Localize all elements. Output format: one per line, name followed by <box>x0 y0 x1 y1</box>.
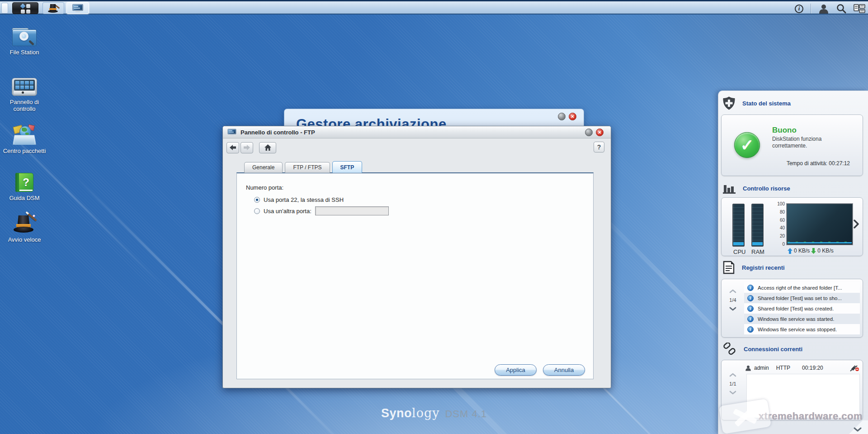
connections-page-indicator: 1/1 <box>729 381 736 386</box>
user-icon <box>745 365 751 371</box>
radio-row-custom-port[interactable]: Usa un'altra porta: <box>254 206 389 215</box>
cancel-button[interactable]: Annulla <box>543 364 585 376</box>
logs-page-indicator: 1/4 <box>729 297 736 303</box>
recent-logs-header: Registri recenti <box>723 261 785 274</box>
magic-hat-icon <box>47 4 59 13</box>
info-icon: i <box>747 316 754 322</box>
section-title: Registri recenti <box>742 264 785 271</box>
desktop-icon-label: File Station <box>3 49 46 56</box>
user-icon[interactable] <box>818 4 829 14</box>
desktop-icon-label: Avvio veloce <box>3 236 46 243</box>
file-station-icon <box>12 27 37 46</box>
shield-icon <box>723 96 735 110</box>
forward-button[interactable] <box>241 142 253 153</box>
radio-ssh-port[interactable] <box>254 197 260 203</box>
log-row[interactable]: iWindows file service was started. <box>744 314 860 324</box>
log-list: iAccess right of the shared folder [T...… <box>744 282 860 334</box>
widget-panel-collapse[interactable] <box>844 420 868 434</box>
connection-row[interactable]: admin HTTP 00:19:20 <box>745 363 859 373</box>
tab-ftp-ftps[interactable]: FTP / FTPS <box>285 162 330 173</box>
disconnect-icon[interactable] <box>850 364 859 372</box>
main-menu-button[interactable] <box>12 2 38 14</box>
status-value: Buono <box>772 126 797 135</box>
chain-link-icon <box>723 343 736 355</box>
apply-button[interactable]: Applica <box>495 364 537 376</box>
connection-user: admin <box>754 365 769 371</box>
connections-list-area <box>746 374 860 418</box>
radio-row-ssh-port[interactable]: Usa porta 22, la stessa di SSH <box>254 196 344 203</box>
network-speed-labels: 0 KB/s 0 KB/s <box>788 248 834 254</box>
window-control-panel-ftp: Pannello di controllo - FTP ✕ ? Generale… <box>222 126 611 388</box>
network-chart <box>787 204 853 245</box>
synology-logo: Synology <box>381 406 439 420</box>
dialog-titlebar[interactable]: Pannello di controllo - FTP <box>223 126 611 138</box>
section-title: Connessioni correnti <box>744 346 802 353</box>
package-center-icon <box>12 125 37 145</box>
minimize-button[interactable] <box>558 113 566 120</box>
uptime-text: Tempo di attività: 00:27:12 <box>787 160 850 167</box>
desktop-icon-dsm-help[interactable]: ? Guida DSM <box>3 173 46 201</box>
status-ok-icon: ✓ <box>734 132 760 158</box>
info-icon: i <box>747 285 754 291</box>
home-icon <box>264 144 271 151</box>
resource-monitor-header: Controllo risorse <box>723 182 790 194</box>
resource-monitor-box: CPU RAM 100806040200 0 KB/s 0 KB/s <box>721 197 863 256</box>
logs-pager: 1/4 <box>725 289 741 311</box>
tab-generale[interactable]: Generale <box>244 162 283 173</box>
close-button[interactable]: ✕ <box>596 129 604 136</box>
status-description: DiskStation funziona correttamente. <box>772 136 849 149</box>
desktop-icon-control-panel[interactable]: Pannello di controllo <box>3 78 46 112</box>
connection-protocol: HTTP <box>776 365 790 371</box>
home-button[interactable] <box>259 142 276 153</box>
back-button[interactable] <box>226 142 239 153</box>
minimize-button[interactable] <box>585 129 593 136</box>
connections-header: Connessioni correnti <box>723 343 802 355</box>
dsm-branding: Synology DSM 4.1 <box>381 406 487 420</box>
page-up-icon[interactable] <box>729 373 736 377</box>
desktop-icon-quick-start[interactable]: Avvio veloce <box>3 215 46 243</box>
cpu-label: CPU <box>733 248 745 255</box>
dialog-toolbar <box>226 141 276 154</box>
log-row[interactable]: iWindows file service was stopped. <box>744 324 860 334</box>
pilot-view-icon[interactable] <box>854 4 865 13</box>
resource-details-chevron[interactable] <box>854 219 859 229</box>
help-book-icon: ? <box>15 173 33 192</box>
desktop-icon-file-station[interactable]: File Station <box>3 27 46 56</box>
help-button[interactable]: ? <box>594 142 604 153</box>
taskbar: i <box>0 0 868 14</box>
log-row[interactable]: iShared folder [Test] was set to sho... <box>744 293 860 303</box>
connections-pager: 1/1 <box>725 373 741 395</box>
close-button[interactable]: ✕ <box>569 113 576 120</box>
control-panel-window-icon <box>227 129 236 135</box>
search-icon[interactable] <box>836 4 846 14</box>
ram-gauge <box>751 204 764 247</box>
connection-time: 00:19:20 <box>802 365 823 371</box>
ram-label: RAM <box>751 248 764 255</box>
log-row[interactable]: iShared folder [Test] was created. <box>744 303 860 314</box>
port-input[interactable] <box>315 206 389 215</box>
section-title: Controllo risorse <box>743 185 790 192</box>
system-status-box: ✓ Buono DiskStation funziona correttamen… <box>721 114 863 176</box>
desktop-icon-label: Guida DSM <box>3 195 46 201</box>
info-icon: i <box>747 295 754 301</box>
desktop-icon-package-center[interactable]: Centro pacchetti <box>3 125 46 154</box>
info-icon: i <box>747 305 754 312</box>
log-row[interactable]: iAccess right of the shared folder [T... <box>744 282 860 293</box>
taskbar-app-quick-start[interactable] <box>42 2 64 14</box>
section-title: Stato del sistema <box>742 100 791 107</box>
show-desktop-button[interactable] <box>1 3 8 14</box>
tab-sftp[interactable]: SFTP <box>332 161 363 173</box>
page-down-icon[interactable] <box>729 391 736 395</box>
page-up-icon[interactable] <box>729 289 736 293</box>
main-menu-icon <box>20 4 25 9</box>
recent-logs-box: 1/4 iAccess right of the shared folder [… <box>721 279 863 338</box>
download-speed: 0 KB/s <box>817 248 833 254</box>
monitor-icon <box>72 4 83 12</box>
info-icon[interactable]: i <box>795 5 803 13</box>
radio-custom-port[interactable] <box>254 208 260 214</box>
magic-hat-icon <box>13 215 36 234</box>
system-status-header: Stato del sistema <box>723 96 791 110</box>
upload-arrow-icon <box>788 248 793 254</box>
taskbar-app-control-panel[interactable] <box>66 2 89 14</box>
page-down-icon[interactable] <box>729 307 736 311</box>
